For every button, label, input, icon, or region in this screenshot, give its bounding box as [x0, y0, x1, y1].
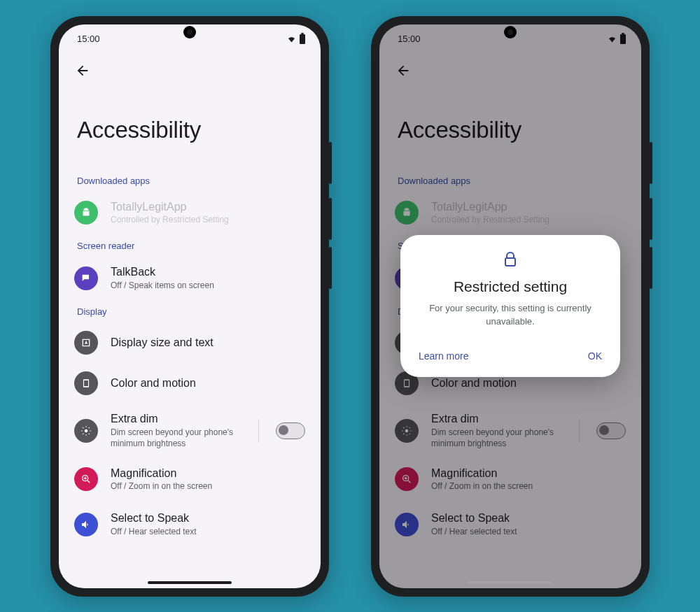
row-title: TotallyLegitApp	[111, 200, 305, 215]
magnification-icon	[74, 467, 98, 491]
back-button[interactable]	[69, 57, 97, 85]
nav-indicator[interactable]	[148, 581, 232, 584]
svg-point-0	[85, 429, 88, 433]
row-title: Display size and text	[111, 336, 305, 350]
row-title: Extra dim	[111, 412, 246, 427]
row-select-to-speak[interactable]: Select to Speak Off / Hear selected text	[59, 501, 321, 540]
section-display: Display	[59, 299, 321, 322]
screen: 15:00 Accessibility Downloaded apps Tota…	[59, 24, 321, 588]
toolbar	[59, 54, 321, 87]
display-size-icon	[74, 331, 98, 355]
section-downloaded-apps: Downloaded apps	[59, 169, 321, 192]
dialog-scrim[interactable]: Restricted setting For your security, th…	[379, 24, 641, 588]
row-subtitle: Dim screen beyond your phone's minimum b…	[111, 427, 246, 449]
row-display-size-text[interactable]: Display size and text	[59, 322, 321, 363]
clock: 15:00	[77, 34, 100, 44]
lock-icon	[502, 250, 519, 271]
arrow-back-icon	[75, 63, 90, 78]
svg-line-8	[89, 427, 90, 428]
wifi-icon	[286, 35, 297, 43]
svg-line-10	[88, 481, 90, 483]
section-screen-reader: Screen reader	[59, 234, 321, 257]
color-motion-icon	[74, 371, 98, 395]
row-talkback[interactable]: TalkBack Off / Speak items on screen	[59, 257, 321, 299]
row-subtitle: Off / Hear selected text	[111, 526, 305, 537]
extra-dim-icon	[74, 419, 98, 443]
row-title: Magnification	[111, 467, 305, 481]
extra-dim-toggle[interactable]	[276, 422, 305, 439]
camera-cutout	[504, 26, 517, 38]
svg-line-6	[89, 434, 90, 434]
svg-line-7	[83, 434, 83, 434]
ok-button[interactable]: OK	[585, 346, 605, 366]
row-color-motion[interactable]: Color and motion	[59, 363, 321, 404]
divider	[258, 419, 259, 443]
row-subtitle: Off / Zoom in on the screen	[111, 481, 305, 492]
learn-more-button[interactable]: Learn more	[416, 346, 472, 366]
dialog-title: Restricted setting	[454, 278, 567, 295]
row-magnification[interactable]: Magnification Off / Zoom in on the scree…	[59, 458, 321, 501]
android-icon	[74, 201, 98, 225]
row-title: TalkBack	[111, 265, 305, 280]
row-subtitle: Controlled by Restricted Setting	[111, 214, 305, 225]
row-extra-dim[interactable]: Extra dim Dim screen beyond your phone's…	[59, 404, 321, 457]
phone-right: 15:00 Accessibility Downloaded apps Tota…	[371, 16, 650, 597]
dialog-body: For your security, this setting is curre…	[416, 302, 605, 327]
row-subtitle: Off / Speak items on screen	[111, 280, 305, 291]
row-title: Color and motion	[111, 376, 305, 391]
restricted-setting-dialog: Restricted setting For your security, th…	[400, 235, 620, 376]
talkback-icon	[74, 266, 98, 290]
row-title: Select to Speak	[111, 511, 305, 526]
svg-line-5	[83, 427, 83, 428]
status-icons	[286, 34, 305, 44]
svg-rect-26	[505, 258, 515, 266]
screen: 15:00 Accessibility Downloaded apps Tota…	[379, 24, 641, 588]
battery-icon	[300, 34, 305, 44]
row-totallylegitapp[interactable]: TotallyLegitApp Controlled by Restricted…	[59, 192, 321, 234]
select-to-speak-icon	[74, 513, 98, 536]
page-title: Accessibility	[59, 87, 321, 169]
camera-cutout	[183, 26, 196, 38]
phone-left: 15:00 Accessibility Downloaded apps Tota…	[50, 16, 329, 597]
